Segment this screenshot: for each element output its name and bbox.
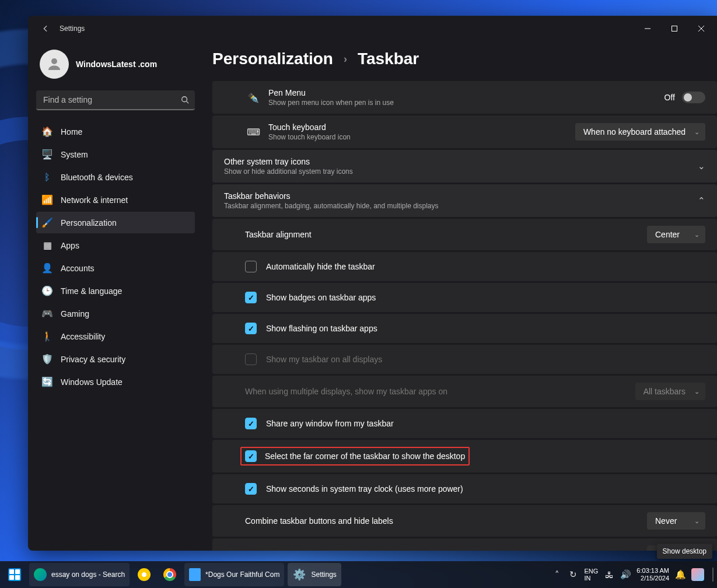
checkbox-auto-hide[interactable]: [245, 261, 257, 272]
nav-accounts[interactable]: 👤Accounts: [36, 257, 195, 279]
chevron-right-icon: ›: [344, 53, 347, 65]
clock-icon: 🕒: [42, 286, 53, 296]
back-button[interactable]: [39, 22, 53, 36]
row-title: Other system tray icons: [224, 157, 353, 166]
main: Personalization › Taskbar ✒️ Pen Menu Sh…: [203, 41, 717, 551]
breadcrumb-parent[interactable]: Personalization: [212, 50, 333, 68]
nav-label: Time & language: [61, 286, 122, 296]
nav-bluetooth[interactable]: ᛒBluetooth & devices: [36, 166, 195, 188]
nav-privacy[interactable]: 🛡️Privacy & security: [36, 348, 195, 370]
volume-icon[interactable]: 🔊: [620, 569, 631, 580]
show-desktop-edge[interactable]: [712, 568, 713, 582]
pen-icon: ✒️: [247, 92, 259, 103]
search-input[interactable]: [36, 90, 195, 110]
checkbox-all-displays: [245, 354, 257, 365]
nav-label: Gaming: [61, 309, 89, 318]
row-seconds[interactable]: Show seconds in system tray clock (uses …: [212, 474, 717, 503]
brush-icon: 🖌️: [42, 218, 53, 228]
nav-network[interactable]: 📶Network & internet: [36, 189, 195, 211]
chrome-icon: [163, 568, 176, 581]
row-desc: Taskbar alignment, badging, automaticall…: [224, 202, 439, 210]
update-icon: 🔄: [42, 377, 53, 387]
checkbox-seconds[interactable]: [245, 483, 257, 495]
row-taskbar-behaviors[interactable]: Taskbar behaviors Taskbar alignment, bad…: [212, 184, 717, 217]
checkbox-flashing[interactable]: [245, 323, 257, 334]
nav-home[interactable]: 🏠Home: [36, 121, 195, 142]
taskbar-item-chrome[interactable]: [159, 563, 181, 586]
wifi-icon: 📶: [42, 195, 53, 205]
content: ✒️ Pen Menu Show pen menu icon when pen …: [212, 81, 717, 551]
breadcrumb: Personalization › Taskbar: [212, 41, 717, 81]
nav-system[interactable]: 🖥️System: [36, 144, 195, 165]
row-label: Show flashing on taskbar apps: [266, 324, 377, 333]
taskbar-item-notepad[interactable]: *Dogs Our Faithful Com: [184, 563, 284, 586]
taskbar-label: *Dogs Our Faithful Com: [205, 570, 279, 579]
window-title: Settings: [60, 24, 85, 33]
nav-update[interactable]: 🔄Windows Update: [36, 371, 195, 393]
dropdown-value: Never: [655, 516, 677, 526]
toggle-pen-menu[interactable]: Off: [664, 92, 705, 103]
sync-icon[interactable]: ↻: [568, 569, 579, 580]
dropdown-value: Center: [655, 230, 680, 239]
dropdown-combine[interactable]: Never ⌄: [647, 512, 705, 530]
taskbar-item-settings[interactable]: ⚙️ Settings: [288, 563, 341, 586]
row-label: Combine taskbar buttons and hide labels: [245, 516, 393, 526]
checkbox-far-corner[interactable]: [245, 450, 257, 462]
row-touch-keyboard[interactable]: ⌨ Touch keyboard Show touch keyboard ico…: [212, 116, 717, 148]
nav: 🏠Home 🖥️System ᛒBluetooth & devices 📶Net…: [36, 121, 195, 393]
dropdown-alignment[interactable]: Center ⌄: [647, 226, 705, 243]
row-auto-hide[interactable]: Automatically hide the taskbar: [212, 252, 717, 281]
start-button[interactable]: [4, 563, 26, 586]
language-indicator[interactable]: ENG IN: [585, 568, 599, 582]
settings-window: Settings WindowsLatest .com 🏠Home: [28, 16, 717, 551]
close-button[interactable]: [688, 19, 715, 38]
profile[interactable]: WindowsLatest .com: [36, 41, 195, 90]
dropdown-touch-keyboard[interactable]: When no keyboard attached ⌄: [575, 123, 705, 141]
search-icon: [181, 96, 189, 106]
nav-accessibility[interactable]: 🚶Accessibility: [36, 326, 195, 347]
notifications-icon[interactable]: 🔔: [675, 569, 685, 580]
row-share-window[interactable]: Share any window from my taskbar: [212, 409, 717, 438]
system-icon: 🖥️: [42, 149, 53, 160]
gamepad-icon: 🎮: [42, 309, 53, 319]
row-badges[interactable]: Show badges on taskbar apps: [212, 283, 717, 312]
nav-label: Personalization: [61, 218, 117, 228]
taskbar-label: essay on dogs - Search: [51, 570, 125, 579]
toggle-label: Off: [664, 93, 675, 102]
taskbar-item-search[interactable]: essay on dogs - Search: [29, 563, 130, 586]
row-pen-menu[interactable]: ✒️ Pen Menu Show pen menu icon when pen …: [212, 81, 717, 114]
row-label: When using multiple displays, show my ta…: [245, 387, 447, 396]
row-label: Taskbar alignment: [245, 230, 312, 239]
chevron-down-icon: ⌄: [694, 128, 699, 136]
nav-gaming[interactable]: 🎮Gaming: [36, 303, 195, 324]
highlight-far-corner: Select the far corner of the taskbar to …: [240, 447, 470, 466]
toggle-track: [682, 92, 705, 103]
minimize-button[interactable]: [634, 19, 661, 38]
row-flashing[interactable]: Show flashing on taskbar apps: [212, 314, 717, 343]
clock[interactable]: 6:03:13 AM 2/15/2024: [636, 567, 669, 582]
row-title: Touch keyboard: [268, 123, 351, 132]
lang-line1: ENG: [585, 568, 599, 575]
network-icon[interactable]: 🖧: [604, 569, 614, 580]
row-far-corner[interactable]: Select the far corner of the taskbar to …: [212, 440, 717, 473]
row-other-tray[interactable]: Other system tray icons Show or hide add…: [212, 150, 717, 183]
checkbox-badges[interactable]: [245, 292, 257, 303]
checkbox-share-window[interactable]: [245, 418, 257, 429]
taskbar-item-chrome-canary[interactable]: [133, 563, 155, 586]
copilot-icon[interactable]: [691, 568, 704, 581]
row-all-displays: Show my taskbar on all displays: [212, 345, 717, 374]
nav-label: Apps: [61, 241, 79, 250]
maximize-button[interactable]: [661, 19, 688, 38]
svg-rect-1: [672, 26, 677, 32]
row-label: Combine taskbar buttons and hide labels …: [245, 550, 459, 551]
edge-icon: [34, 568, 47, 581]
taskbar: essay on dogs - Search *Dogs Our Faithfu…: [0, 561, 717, 588]
nav-apps[interactable]: ▦Apps: [36, 235, 195, 256]
nav-time[interactable]: 🕒Time & language: [36, 280, 195, 302]
nav-personalization[interactable]: 🖌️Personalization: [36, 212, 195, 233]
bluetooth-icon: ᛒ: [42, 172, 53, 183]
chevron-up-icon[interactable]: ˄: [552, 569, 562, 580]
row-alignment: Taskbar alignment Center ⌄: [212, 219, 717, 250]
dropdown-value: When no keyboard attached: [583, 127, 685, 136]
svg-point-4: [51, 58, 57, 64]
